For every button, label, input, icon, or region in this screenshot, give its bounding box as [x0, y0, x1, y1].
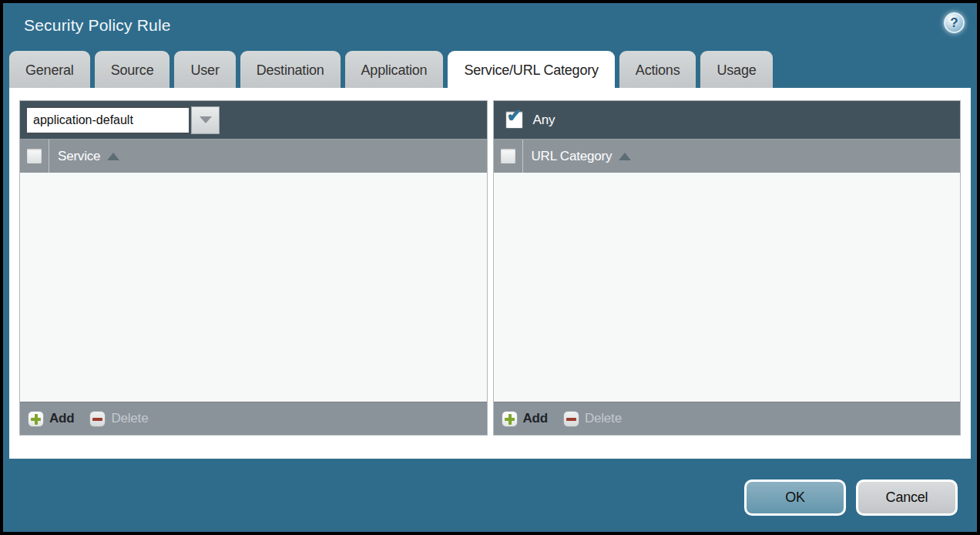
- sort-ascending-icon[interactable]: [107, 153, 119, 160]
- tab-usage[interactable]: Usage: [700, 51, 772, 88]
- tab-source[interactable]: Source: [95, 51, 170, 88]
- cancel-button[interactable]: Cancel: [856, 479, 958, 516]
- tab-bar: General Source User Destination Applicat…: [3, 51, 977, 88]
- url-delete-button[interactable]: Delete: [563, 411, 622, 427]
- dialog-button-bar: OK Cancel: [3, 459, 977, 516]
- tab-content: Service Add Delete ✔: [9, 88, 971, 459]
- checkmark-icon: ✔: [507, 106, 522, 125]
- tab-application[interactable]: Application: [345, 51, 444, 88]
- service-panel: Service Add Delete: [19, 100, 488, 436]
- url-category-panel-footer: Add Delete: [494, 402, 961, 435]
- minus-icon: [563, 411, 579, 427]
- ok-button[interactable]: OK: [744, 479, 846, 516]
- add-button-label: Add: [49, 411, 74, 426]
- service-column-label[interactable]: Service: [58, 149, 100, 164]
- service-list: [20, 173, 487, 402]
- security-policy-rule-dialog: Security Policy Rule ? General Source Us…: [0, 0, 980, 535]
- url-category-list: [494, 173, 961, 402]
- url-category-panel-header: ✔ Any: [494, 101, 961, 139]
- help-icon[interactable]: ?: [944, 12, 965, 33]
- url-any-checkbox[interactable]: ✔: [505, 111, 523, 129]
- url-any-row: ✔ Any: [499, 111, 555, 129]
- dialog-title: Security Policy Rule: [24, 16, 977, 35]
- plus-icon: [502, 411, 518, 427]
- tab-user[interactable]: User: [174, 51, 235, 88]
- tab-service-url-category[interactable]: Service/URL Category: [448, 51, 614, 88]
- titlebar: Security Policy Rule ?: [3, 3, 977, 51]
- service-column-header: Service: [20, 139, 487, 173]
- service-panel-footer: Add Delete: [20, 402, 487, 435]
- service-select-all-checkbox[interactable]: [26, 148, 42, 164]
- url-select-all-cell: [494, 140, 523, 173]
- url-add-button[interactable]: Add: [502, 411, 548, 427]
- url-category-panel: ✔ Any URL Category Add: [493, 100, 962, 436]
- tab-destination[interactable]: Destination: [240, 51, 341, 88]
- delete-button-label: Delete: [585, 411, 622, 426]
- url-select-all-checkbox[interactable]: [500, 148, 516, 164]
- service-mode-input[interactable]: [25, 106, 190, 134]
- plus-icon: [28, 411, 44, 427]
- service-add-button[interactable]: Add: [28, 411, 74, 427]
- delete-button-label: Delete: [111, 411, 148, 426]
- service-delete-button[interactable]: Delete: [89, 411, 148, 427]
- url-category-column-label[interactable]: URL Category: [532, 149, 612, 164]
- minus-icon: [89, 411, 106, 427]
- sort-ascending-icon[interactable]: [619, 153, 631, 160]
- service-panel-header: [20, 101, 487, 139]
- url-category-column-header: URL Category: [494, 139, 961, 173]
- chevron-down-icon: [200, 116, 212, 123]
- tab-general[interactable]: General: [9, 51, 90, 88]
- service-select-all-cell: [20, 140, 49, 173]
- url-any-label: Any: [533, 113, 555, 128]
- service-mode-combobox: [25, 106, 220, 134]
- service-mode-dropdown-button[interactable]: [191, 106, 220, 134]
- tab-actions[interactable]: Actions: [619, 51, 696, 88]
- add-button-label: Add: [523, 411, 548, 426]
